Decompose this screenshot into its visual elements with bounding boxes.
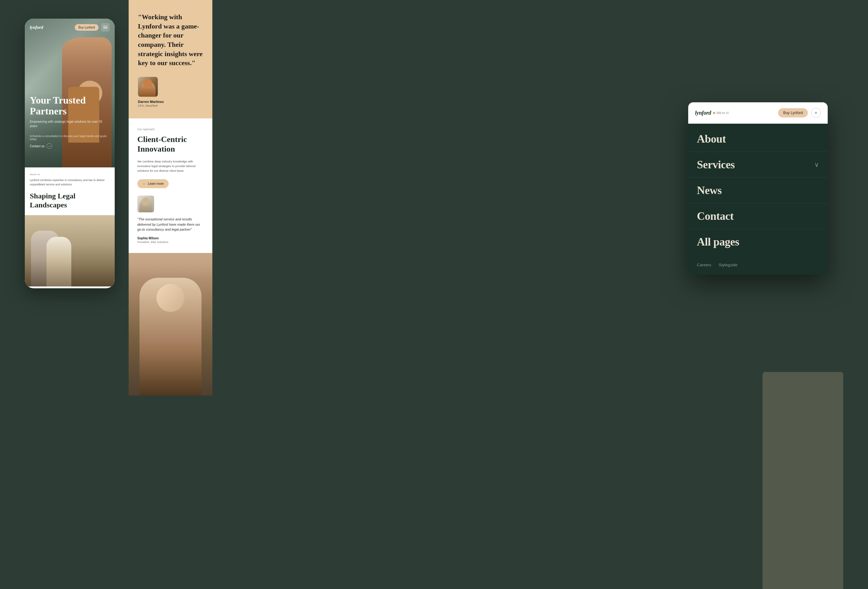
arrow-icon: → <box>142 182 145 185</box>
contact-link[interactable]: Contact us → <box>30 143 110 149</box>
phone-hero: lynford Buy Lynford Your Trusted Partner… <box>25 19 115 167</box>
nav-item-news[interactable]: News <box>688 178 828 203</box>
close-button[interactable]: × <box>811 108 821 118</box>
nav-panel-logo: lynford <box>695 110 711 116</box>
contact-link-label: Contact us <box>30 145 45 148</box>
phone-mockup-left: lynford Buy Lynford Your Trusted Partner… <box>25 19 115 288</box>
hamburger-button[interactable] <box>101 23 110 32</box>
phone-logo: lynford <box>30 25 43 30</box>
bg-accent <box>763 372 843 589</box>
phone-hero-title: Your Trusted Partners <box>30 95 110 117</box>
nav-item-news-label: News <box>697 184 722 197</box>
testimonial-2-name: Sophia Wilson <box>137 236 204 240</box>
arrow-right-icon: → <box>46 143 52 149</box>
nav-item-all-pages-label: All pages <box>697 235 740 248</box>
learn-more-label: Learn more <box>148 182 164 185</box>
nav-panel-header: lynford We're H Buy Lynford × <box>688 102 828 124</box>
middle-column: "Working with Lynford was a game-changer… <box>128 0 213 589</box>
nav-panel-header-right: Buy Lynford × <box>778 108 821 118</box>
phone-about-section: About Us Lynford combines expertise in c… <box>25 167 115 215</box>
about-label: About Us <box>30 173 110 176</box>
testimonial-card-1: "Working with Lynford was a game-changer… <box>128 0 213 118</box>
nav-item-services-label: Services <box>697 158 735 171</box>
about-section-title: Shaping Legal Landscapes <box>30 192 110 210</box>
testimonial-2: "The exceptional service and results del… <box>137 196 204 244</box>
nav-styleguide-link[interactable]: Styleguide <box>719 263 738 267</box>
approach-description: We combine deep industry knowledge with … <box>137 159 204 173</box>
approach-label: Our Approach <box>137 128 204 131</box>
hamburger-line-2 <box>103 27 108 28</box>
nav-item-all-pages[interactable]: All pages <box>688 229 828 254</box>
phone-hero-subtitle: Empowering with strategic legal solution… <box>30 120 110 128</box>
hamburger-line-1 <box>103 26 108 27</box>
nav-careers-link[interactable]: Careers <box>697 263 711 267</box>
phone-bottom-image <box>25 215 115 286</box>
testimonial-1-avatar <box>138 77 158 97</box>
nav-item-services[interactable]: Services ∨ <box>688 152 828 178</box>
testimonial-2-quote: "The exceptional service and results del… <box>137 217 204 232</box>
nav-item-contact[interactable]: Contact <box>688 203 828 229</box>
nav-panel-brand: lynford We're H <box>695 110 728 116</box>
middle-bottom-image <box>128 253 213 396</box>
nav-item-contact-label: Contact <box>697 210 734 223</box>
phone-hero-cta: Schedule a consultation to discuss your … <box>30 134 110 141</box>
testimonial-1-role: CFO, NovaTech <box>138 104 203 107</box>
buy-button-nav[interactable]: Buy Lynford <box>778 108 808 118</box>
phone-nav-right: Buy Lynford <box>75 23 110 32</box>
chevron-down-icon: ∨ <box>814 161 819 168</box>
learn-more-button[interactable]: → Learn more <box>137 179 169 188</box>
nav-menu: About Services ∨ News Contact All pages <box>688 124 828 257</box>
testimonial-2-role: President, Elite Solutions <box>137 241 204 244</box>
hamburger-line-3 <box>103 28 108 29</box>
approach-section: Our Approach Client-Centric Innovation W… <box>128 118 213 252</box>
testimonial-2-avatar <box>137 196 154 213</box>
buy-button-phone[interactable]: Buy Lynford <box>75 24 99 31</box>
nav-item-about-label: About <box>697 132 726 145</box>
approach-title: Client-Centric Innovation <box>137 134 204 154</box>
close-icon: × <box>815 110 817 115</box>
nav-panel-subtitle: We're H <box>716 111 728 115</box>
nav-secondary-links: Careers Styleguide <box>688 257 828 275</box>
phone-hero-content: Your Trusted Partners Empowering with st… <box>30 95 110 149</box>
nav-item-about[interactable]: About <box>688 126 828 152</box>
testimonial-1-quote: "Working with Lynford was a game-changer… <box>138 12 203 68</box>
about-description: Lynford combines expertise in consultanc… <box>30 178 110 187</box>
phone-navbar: lynford Buy Lynford <box>25 19 115 36</box>
navigation-panel: lynford We're H Buy Lynford × About Serv… <box>688 102 828 275</box>
brand-dot <box>713 112 715 114</box>
testimonial-1-name: Darren Martinez <box>138 100 203 103</box>
